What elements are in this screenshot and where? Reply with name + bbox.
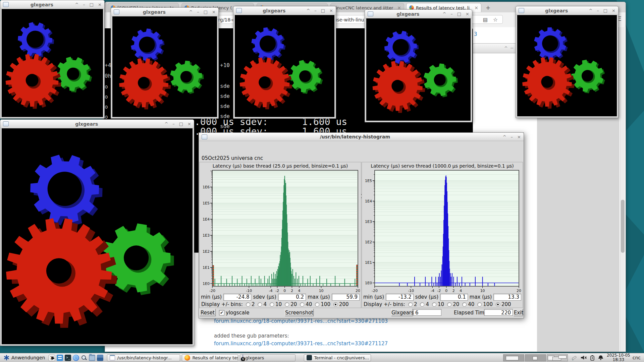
screenshot-tool-icon[interactable] xyxy=(571,355,578,361)
max-value-field[interactable]: 13.3 xyxy=(493,294,521,301)
titlebar[interactable]: glxgears ^–□× xyxy=(516,6,618,15)
close-icon[interactable]: × xyxy=(212,9,216,14)
radio-icon[interactable] xyxy=(477,302,482,307)
maximize-icon[interactable]: □ xyxy=(321,8,325,13)
max-value-field[interactable]: 59.9 xyxy=(332,294,360,301)
glxgears-window-6[interactable]: glxgears ^–□× xyxy=(0,119,194,346)
search-launcher-icon[interactable] xyxy=(81,355,87,361)
radio-icon[interactable] xyxy=(408,302,413,307)
radio-icon-selected[interactable] xyxy=(333,302,338,307)
maximize-icon[interactable]: □ xyxy=(204,9,208,14)
notifications-bell-icon[interactable] xyxy=(598,355,604,361)
minimize-icon[interactable]: – xyxy=(597,8,599,13)
shade-icon[interactable]: ^ xyxy=(503,134,506,139)
clock[interactable]: 2025-10-05 18:33 xyxy=(607,353,630,362)
reset-button[interactable]: Reset xyxy=(200,309,216,316)
radio-icon[interactable] xyxy=(246,302,250,307)
glxgears-window-4[interactable]: glxgears ^–□× xyxy=(365,9,472,122)
volume-muted-icon[interactable] xyxy=(581,355,587,360)
pagination-fragment[interactable]: 3 xyxy=(474,31,477,37)
radio-icon[interactable] xyxy=(300,302,304,307)
shade-icon[interactable]: ^ xyxy=(442,11,446,16)
ylogscale-checkbox[interactable]: ✔ xyxy=(219,310,224,315)
bins-radio-200[interactable]: 200 xyxy=(333,301,349,307)
bins-radio-40[interactable]: 40 xyxy=(462,301,474,307)
titlebar[interactable]: glxgears ^–□× xyxy=(233,6,336,15)
bins-radio-200[interactable]: 200 xyxy=(496,301,511,307)
titlebar[interactable]: glxgears ^–□× xyxy=(0,120,194,128)
close-icon[interactable]: × xyxy=(187,121,191,126)
maximize-icon[interactable]: □ xyxy=(179,121,183,126)
radio-icon[interactable] xyxy=(462,302,467,307)
exit-button[interactable]: Exit xyxy=(514,309,523,316)
minimize-icon[interactable]: – xyxy=(511,134,513,139)
workspace-launcher-icon[interactable] xyxy=(97,355,103,361)
glxgears-count-field[interactable]: 6 xyxy=(413,309,441,316)
battery-icon[interactable] xyxy=(590,355,595,361)
workspace-3-current[interactable] xyxy=(547,354,568,361)
forum-link-2[interactable]: forum.linuxcnc.org/18-computer/39371-res… xyxy=(214,341,388,347)
radio-icon[interactable] xyxy=(285,302,289,307)
scrollbar-thumb[interactable] xyxy=(621,200,625,253)
workspace-1[interactable] xyxy=(503,354,524,361)
bins-radio-10[interactable]: 10 xyxy=(270,301,282,307)
shade-icon[interactable]: ^ xyxy=(306,8,310,13)
shade-icon[interactable]: ^ xyxy=(189,9,193,14)
close-icon[interactable]: × xyxy=(98,2,102,7)
titlebar[interactable]: glxgears ^–□× xyxy=(0,0,104,9)
titlebar[interactable]: glxgears ^–□× xyxy=(111,8,218,16)
radio-icon[interactable] xyxy=(258,302,262,307)
min-value-field[interactable]: -24.8 xyxy=(223,294,251,301)
shade-icon[interactable]: ^ xyxy=(589,8,592,13)
glxgears-window-3[interactable]: glxgears ^–□× xyxy=(233,6,336,119)
minimize-icon[interactable]: – xyxy=(83,2,85,7)
titlebar[interactable]: glxgears ^–□× xyxy=(365,10,472,18)
applications-menu-button[interactable]: Anwendungen xyxy=(1,354,47,362)
forum-link-1[interactable]: forum.linuxcnc.org/18-computer/39371-res… xyxy=(214,318,388,324)
taskbar-button-terminal[interactable]: Terminal - cnc@univers... xyxy=(304,354,371,361)
shade-icon[interactable]: ^ xyxy=(75,2,78,7)
radio-icon[interactable] xyxy=(270,302,274,307)
taskbar-button-latency-histogram[interactable]: /usr/bin/latency-histogr... xyxy=(107,354,180,361)
folder-launcher-icon[interactable] xyxy=(89,355,95,361)
shade-icon[interactable]: ^ xyxy=(164,121,168,126)
maximize-icon[interactable]: □ xyxy=(90,2,94,7)
close-icon[interactable]: × xyxy=(612,8,615,13)
bins-radio-4[interactable]: 4 xyxy=(420,301,429,307)
glxgears-launcher-icon[interactable]: X xyxy=(49,355,55,361)
page-scrollbar[interactable] xyxy=(620,27,625,352)
screenshot-button[interactable]: Screenshot xyxy=(285,309,314,316)
bookmark-star-icon[interactable]: ☆ xyxy=(493,15,498,24)
latency-histogram-window[interactable]: /usr/bin/latency-histogram ^–× 05Oct2025… xyxy=(199,132,524,318)
bins-radio-100[interactable]: 100 xyxy=(477,301,493,307)
minimize-icon[interactable]: – xyxy=(172,121,175,126)
bins-radio-10[interactable]: 10 xyxy=(432,301,444,307)
reader-mode-icon[interactable]: ▤ xyxy=(483,15,488,24)
bins-radio-4[interactable]: 4 xyxy=(258,301,267,307)
tab-close-icon[interactable]: × xyxy=(472,5,478,10)
close-icon[interactable]: × xyxy=(466,11,469,16)
elapsed-time-field[interactable]: 220 xyxy=(484,309,513,316)
maximize-icon[interactable]: □ xyxy=(457,11,461,16)
glxgears-window-2[interactable]: glxgears ^–□× xyxy=(111,7,219,119)
glxgears-window-5[interactable]: glxgears ^–□× xyxy=(516,6,619,118)
glxgears-window-1[interactable]: glxgears ^–□× xyxy=(0,0,105,119)
min-value-field[interactable]: -13.2 xyxy=(386,294,414,301)
close-icon[interactable]: × xyxy=(329,8,333,13)
radio-icon-selected[interactable] xyxy=(496,302,500,307)
sdev-value-field[interactable]: 0.2 xyxy=(278,294,306,301)
minimize-icon[interactable]: – xyxy=(450,11,453,16)
bins-radio-2[interactable]: 2 xyxy=(246,301,255,307)
workspace-2[interactable] xyxy=(525,354,546,361)
taskbar-button-glxgears[interactable]: 6 glxgears xyxy=(240,354,296,361)
titlebar[interactable]: /usr/bin/latency-histogram ^–× xyxy=(199,133,524,141)
radio-icon[interactable] xyxy=(420,302,424,307)
sdev-value-field[interactable]: 0.1 xyxy=(440,294,468,301)
bins-radio-40[interactable]: 40 xyxy=(300,301,312,307)
minimize-icon[interactable]: – xyxy=(314,8,317,13)
workspace-pager[interactable] xyxy=(503,354,568,361)
files-launcher-icon[interactable] xyxy=(57,355,63,361)
browser-launcher-icon[interactable] xyxy=(73,355,79,361)
new-tab-button[interactable]: + xyxy=(484,4,492,11)
glxgears-button[interactable]: Glxgears xyxy=(391,309,413,316)
